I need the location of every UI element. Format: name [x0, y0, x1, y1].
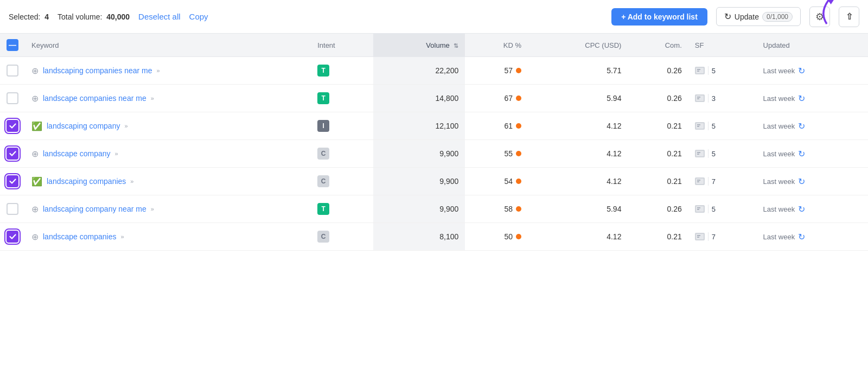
keyword-expand-arrows[interactable]: »: [124, 123, 127, 129]
sf-icon[interactable]: [695, 205, 705, 213]
col-header-checkbox[interactable]: —: [0, 34, 25, 57]
sf-icon[interactable]: [695, 150, 705, 157]
row-checkbox-cell[interactable]: [0, 195, 25, 223]
export-button[interactable]: ⇧: [839, 7, 859, 27]
row-volume-cell: 14,800: [373, 85, 465, 112]
row-com-cell: 0.21: [628, 140, 688, 168]
kd-dot: [516, 96, 521, 101]
sf-divider: [708, 66, 709, 75]
sf-value: 7: [712, 177, 716, 186]
keyword-link[interactable]: landscaping company: [47, 122, 120, 130]
refresh-button[interactable]: ↻: [798, 121, 805, 131]
settings-button[interactable]: ⚙: [809, 7, 830, 27]
keyword-expand-arrows[interactable]: »: [151, 95, 154, 101]
keyword-expand-arrows[interactable]: »: [115, 150, 118, 157]
checkbox-checked[interactable]: [7, 175, 18, 187]
row-updated-cell: Last week ↻: [757, 223, 868, 251]
row-com-cell: 0.21: [628, 112, 688, 140]
row-checkbox-cell[interactable]: [0, 112, 25, 140]
row-cpc-cell: 5.94: [528, 85, 628, 112]
refresh-button[interactable]: ↻: [798, 204, 805, 214]
updated-text: Last week: [763, 122, 795, 130]
add-to-keyword-list-button[interactable]: + Add to keyword list: [611, 8, 707, 26]
row-intent-cell: C: [311, 168, 373, 195]
kd-value: 67: [504, 94, 513, 103]
row-kd-cell: 57: [465, 57, 528, 85]
row-updated-cell: Last week ↻: [757, 195, 868, 223]
svg-rect-10: [696, 151, 704, 156]
deselect-all-button[interactable]: Deselect all: [138, 12, 181, 21]
keyword-table: — Keyword Intent Volume ⇅ KD % CPC (USD)…: [0, 34, 868, 251]
keyword-verified-icon: ✅: [31, 121, 42, 131]
table-row: ⊕ landscaping company near me » T9,900 5…: [0, 195, 868, 223]
kd-dot: [516, 151, 521, 156]
row-kd-cell: 54: [465, 168, 528, 195]
sf-icon[interactable]: [695, 177, 705, 185]
svg-rect-4: [696, 96, 704, 101]
row-keyword-cell: ✅ landscaping companies »: [25, 168, 311, 195]
row-volume-cell: 8,100: [373, 223, 465, 251]
row-checkbox-cell[interactable]: [0, 57, 25, 85]
refresh-button[interactable]: ↻: [798, 176, 805, 187]
keyword-expand-arrows[interactable]: »: [120, 233, 124, 240]
update-label: Update: [735, 12, 759, 21]
keyword-link[interactable]: landscape companies: [43, 232, 116, 241]
checkbox-unchecked[interactable]: [7, 203, 18, 215]
row-sf-cell: 5: [688, 112, 757, 140]
row-volume-cell: 22,200: [373, 57, 465, 85]
select-all-checkbox[interactable]: —: [7, 39, 18, 51]
keyword-link[interactable]: landscaping companies: [47, 177, 126, 186]
row-checkbox-cell[interactable]: [0, 223, 25, 251]
updated-text: Last week: [763, 150, 795, 158]
svg-rect-16: [696, 206, 704, 212]
sf-icon[interactable]: [695, 67, 705, 74]
keyword-link[interactable]: landscape companies near me: [43, 94, 146, 103]
copy-button[interactable]: Copy: [189, 12, 208, 21]
sf-icon[interactable]: [695, 94, 705, 102]
row-checkbox-cell[interactable]: [0, 85, 25, 112]
row-checkbox-cell[interactable]: [0, 140, 25, 168]
row-checkbox-cell[interactable]: [0, 168, 25, 195]
keyword-expand-arrows[interactable]: »: [151, 206, 154, 212]
checkbox-checked[interactable]: [7, 148, 18, 160]
keyword-link[interactable]: landscape company: [43, 149, 111, 158]
row-intent-cell: C: [311, 140, 373, 168]
row-intent-cell: T: [311, 195, 373, 223]
row-keyword-cell: ⊕ landscape companies near me »: [25, 85, 311, 112]
sf-icon[interactable]: [695, 122, 705, 130]
row-com-cell: 0.21: [628, 168, 688, 195]
checkbox-checked[interactable]: [7, 120, 18, 132]
keyword-expand-arrows[interactable]: »: [157, 67, 160, 74]
refresh-button[interactable]: ↻: [798, 232, 805, 242]
keyword-link[interactable]: landscaping companies near me: [43, 66, 152, 75]
row-keyword-cell: ✅ landscaping company »: [25, 112, 311, 140]
gear-icon: ⚙: [815, 11, 824, 23]
keyword-add-icon: ⊕: [31, 204, 39, 214]
row-intent-cell: C: [311, 223, 373, 251]
intent-badge: T: [317, 65, 329, 77]
sf-value: 5: [712, 122, 716, 130]
col-header-updated: Updated: [757, 34, 868, 57]
col-header-intent: Intent: [311, 34, 373, 57]
checkbox-unchecked[interactable]: [7, 65, 18, 77]
row-cpc-cell: 4.12: [528, 223, 628, 251]
update-button[interactable]: ↻ Update 0/1,000: [716, 7, 801, 26]
refresh-button[interactable]: ↻: [798, 149, 805, 159]
row-volume-cell: 12,100: [373, 112, 465, 140]
sf-icon[interactable]: [695, 233, 705, 240]
checkbox-checked[interactable]: [7, 231, 18, 243]
refresh-button[interactable]: ↻: [798, 66, 805, 76]
keyword-link[interactable]: landscaping company near me: [43, 205, 146, 213]
selected-label: Selected: 4: [9, 12, 49, 21]
col-header-volume[interactable]: Volume ⇅: [373, 34, 465, 57]
sf-value: 5: [712, 150, 716, 158]
kd-value: 58: [504, 205, 513, 213]
col-header-cpc: CPC (USD): [528, 34, 628, 57]
row-sf-cell: 5: [688, 140, 757, 168]
keyword-expand-arrows[interactable]: »: [130, 178, 133, 185]
checkbox-unchecked[interactable]: [7, 92, 18, 104]
refresh-button[interactable]: ↻: [798, 93, 805, 104]
intent-badge: C: [317, 231, 329, 243]
total-volume-value: 40,000: [106, 12, 130, 21]
row-kd-cell: 67: [465, 85, 528, 112]
